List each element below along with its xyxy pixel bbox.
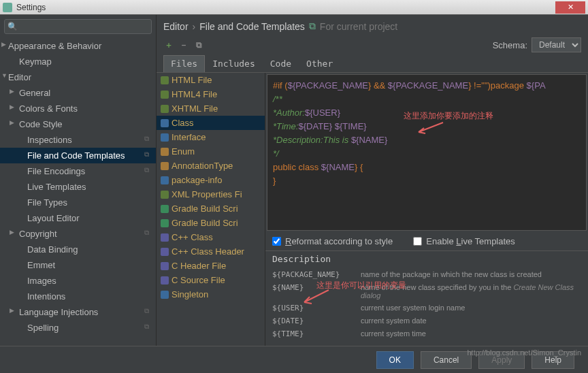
tab-other[interactable]: Other [299, 55, 340, 72]
tab-code[interactable]: Code [263, 55, 299, 72]
tree-item-file-encodings[interactable]: File Encodings⧉ [0, 163, 156, 179]
tree-item-data-binding[interactable]: Data Binding [0, 242, 156, 257]
ok-button[interactable]: OK [376, 351, 414, 369]
file-type-icon [161, 148, 169, 156]
copy-template-button[interactable]: ⧉ [193, 39, 204, 50]
expand-arrow-icon: ▶ [10, 103, 14, 110]
tree-item-label: Appearance & Behavior [8, 41, 101, 51]
tree-item-intentions[interactable]: Intentions [0, 289, 156, 304]
template-interface[interactable]: Interface [157, 130, 265, 144]
template-c-header-file[interactable]: C Header File [157, 259, 265, 273]
tree-item-code-style[interactable]: ▶Code Style [0, 116, 156, 132]
tree-item-keymap[interactable]: Keymap [0, 54, 156, 69]
tree-item-layout-editor[interactable]: Layout Editor [0, 210, 156, 226]
template-xhtml-file[interactable]: XHTML File [157, 101, 265, 116]
template-c-class[interactable]: C++ Class [157, 230, 265, 244]
sidebar: 🔍 ▶Appearance & BehaviorKeymap▼Editor▶Ge… [0, 15, 157, 346]
tree-item-label: Images [27, 276, 56, 286]
file-label: AnnotationType [172, 161, 233, 171]
file-label: C Header File [172, 261, 226, 271]
desc-var: ${NAME} [272, 283, 361, 299]
schema-select[interactable]: Default [532, 37, 581, 52]
tree-item-file-and-code-templates[interactable]: File and Code Templates⧉ [0, 148, 156, 163]
template-singleton[interactable]: Singleton [157, 287, 265, 302]
file-label: C Source File [172, 275, 225, 285]
add-template-button[interactable]: ＋ [163, 39, 174, 50]
crumb-editor[interactable]: Editor [163, 21, 189, 32]
crumb-templates[interactable]: File and Code Templates [199, 21, 305, 32]
tree-item-label: General [19, 88, 50, 98]
desc-text: name of the package in which the new cla… [361, 270, 581, 279]
tree-item-inspections[interactable]: Inspections⧉ [0, 132, 156, 148]
project-scope-icon: ⧉ [144, 166, 149, 174]
desc-row: ${TIME}current system time [272, 327, 581, 340]
tree-item-label: Colors & Fonts [19, 103, 78, 114]
file-type-icon [161, 91, 169, 99]
right-pane: #if (${PACKAGE_NAME} && ${PACKAGE_NAME} … [265, 73, 588, 346]
tree-item-appearance-behavior[interactable]: ▶Appearance & Behavior [0, 38, 156, 54]
file-type-icon [161, 76, 169, 84]
tree-item-copyright[interactable]: ▶Copyright⧉ [0, 226, 156, 242]
desc-var: ${DATE} [272, 317, 361, 325]
file-label: package-info [172, 175, 222, 185]
remove-template-button[interactable]: － [178, 39, 189, 50]
search-input[interactable] [4, 19, 152, 34]
expand-arrow-icon: ▶ [10, 119, 14, 126]
description-panel: Description ${PACKAGE_NAME}name of the p… [265, 250, 588, 346]
template-toolbar: ＋ － ⧉ [163, 39, 204, 50]
cancel-button[interactable]: Cancel [421, 351, 472, 369]
tree-item-label: Data Binding [27, 244, 78, 255]
file-type-icon [161, 233, 169, 242]
template-class[interactable]: Class [157, 116, 265, 130]
tab-files[interactable]: Files [163, 55, 205, 72]
template-gradle-build-scri[interactable]: Gradle Build Scri [157, 201, 265, 216]
project-scope-icon: ⧉ [144, 323, 149, 331]
tree-item-images[interactable]: Images [0, 273, 156, 289]
tree-item-language-injections[interactable]: ▶Language Injections⧉ [0, 304, 156, 320]
template-html-file[interactable]: HTML File [157, 73, 265, 87]
desc-row: ${USER}current user system login name [272, 302, 581, 314]
template-editor[interactable]: #if (${PACKAGE_NAME} && ${PACKAGE_NAME} … [267, 74, 587, 231]
tree-item-label: Intentions [27, 291, 65, 302]
description-title: Description [272, 254, 581, 264]
file-label: Class [172, 118, 194, 128]
tree-item-label: Keymap [19, 56, 52, 67]
desc-row: ${NAME}name of the new class specified b… [272, 281, 581, 302]
template-xml-properties-fi[interactable]: XML Properties Fi [157, 187, 265, 201]
enable-live-checkbox[interactable]: Enable Live Templates [413, 236, 515, 246]
template-enum[interactable]: Enum [157, 144, 265, 159]
tree-item-emmet[interactable]: Emmet [0, 257, 156, 273]
tree-item-label: Language Injections [19, 307, 98, 317]
template-c-class-header[interactable]: C++ Class Header [157, 244, 265, 259]
tree-item-label: Code Style [19, 119, 63, 129]
tree-item-file-types[interactable]: File Types [0, 195, 156, 210]
template-gradle-build-scri[interactable]: Gradle Build Scri [157, 216, 265, 230]
tree-item-colors-fonts[interactable]: ▶Colors & Fonts [0, 101, 156, 116]
desc-row: ${PACKAGE_NAME}name of the package in wh… [272, 268, 581, 281]
file-label: HTML4 File [172, 89, 217, 99]
template-c-source-file[interactable]: C Source File [157, 273, 265, 287]
template-package-info[interactable]: package-info [157, 173, 265, 187]
titlebar: Settings ✕ [0, 0, 588, 15]
reformat-checkbox[interactable]: RReformat according to styleeformat acco… [272, 236, 393, 246]
desc-text: current system date [361, 317, 581, 325]
file-label: Gradle Build Scri [172, 204, 238, 214]
tree-item-general[interactable]: ▶General [0, 85, 156, 101]
template-html-file[interactable]: HTML4 File [157, 87, 265, 101]
crumb-sep: › [193, 21, 196, 32]
expand-arrow-icon: ▶ [10, 229, 14, 236]
crumb-project: For current project [320, 21, 397, 32]
tab-includes[interactable]: Includes [205, 55, 263, 72]
main-panel: Editor › File and Code Templates ⧉ For c… [157, 15, 588, 346]
template-annotationtype[interactable]: AnnotationType [157, 159, 265, 173]
close-button[interactable]: ✕ [555, 1, 585, 14]
tree-item-editor[interactable]: ▼Editor [0, 69, 156, 85]
file-label: Enum [172, 146, 195, 157]
tree-item-spelling[interactable]: Spelling⧉ [0, 320, 156, 336]
settings-tree: ▶Appearance & BehaviorKeymap▼Editor▶Gene… [0, 38, 156, 346]
expand-arrow-icon: ▶ [10, 88, 14, 95]
tree-item-live-templates[interactable]: Live Templates [0, 179, 156, 195]
file-type-icon [161, 191, 169, 199]
file-type-icon [161, 105, 169, 113]
file-type-icon [161, 162, 169, 170]
